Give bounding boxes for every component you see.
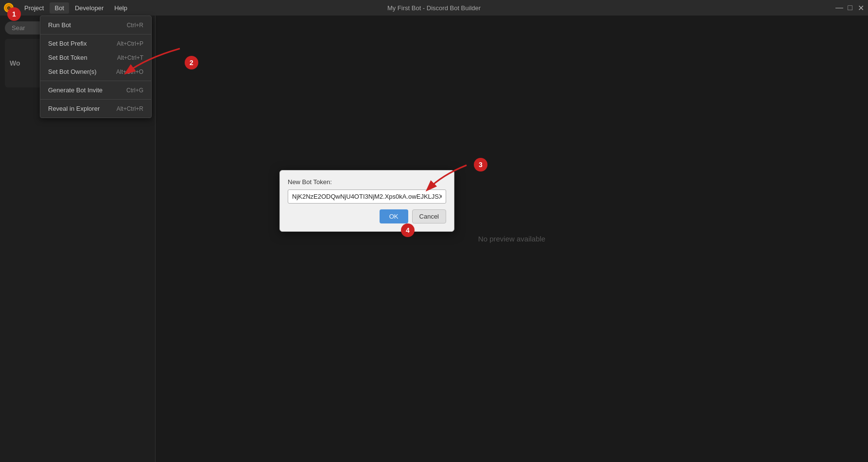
dropdown-separator-1 [40,34,151,34]
dropdown-set-owner[interactable]: Set Bot Owner(s) Alt+Ctrl+O [40,65,151,79]
ok-button[interactable]: OK [380,209,408,223]
token-input[interactable] [288,189,446,204]
menu-help[interactable]: Help [109,2,132,14]
title-bar-left: ⚙ Project Bot Developer Help [4,2,132,14]
dropdown-run-bot[interactable]: Run Bot Ctrl+R [40,18,151,32]
no-preview-text: No preview available [478,235,545,243]
maximize-button[interactable]: □ [847,4,853,11]
menu-project[interactable]: Project [19,2,49,14]
window-controls: — □ ✕ [836,4,864,11]
menu-bot[interactable]: Bot [50,2,69,14]
title-bar: ⚙ Project Bot Developer Help My First Bo… [0,0,868,16]
step-badge-3: 3 [474,158,487,171]
cancel-button[interactable]: Cancel [412,209,446,223]
dropdown-set-prefix[interactable]: Set Bot Prefix Alt+Ctrl+P [40,36,151,51]
dropdown-separator-2 [40,81,151,81]
step-badge-2: 2 [185,56,198,69]
content-area: No preview available [156,16,868,462]
dropdown-generate-invite[interactable]: Generate Bot Invite Ctrl+G [40,83,151,97]
dialog-buttons: OK Cancel [288,209,446,223]
step-badge-4: 4 [401,223,415,237]
dropdown-reveal-explorer[interactable]: Reveal in Explorer Alt+Ctrl+R [40,102,151,116]
dialog-label: New Bot Token: [288,178,446,186]
window-title: My First Bot - Discord Bot Builder [387,4,481,12]
menu-bar: Project Bot Developer Help [19,2,132,14]
new-bot-token-dialog: New Bot Token: OK Cancel [279,170,454,232]
minimize-button[interactable]: — [836,4,843,11]
workspace-label: Wo [10,59,20,67]
dropdown-set-token[interactable]: Set Bot Token Alt+Ctrl+T [40,51,151,65]
close-button[interactable]: ✕ [857,4,864,11]
bot-dropdown-menu: Run Bot Ctrl+R Set Bot Prefix Alt+Ctrl+P… [40,16,152,118]
menu-developer[interactable]: Developer [70,2,108,14]
dropdown-separator-3 [40,99,151,100]
step-badge-1: 1 [7,7,21,21]
